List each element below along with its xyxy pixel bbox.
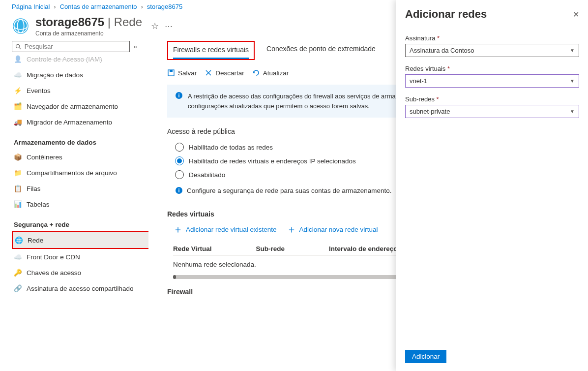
sidebar-item-frontdoor[interactable]: ☁️Front Door e CDN	[12, 249, 147, 265]
tab-private-endpoints[interactable]: Conexões de ponto de extremidade	[266, 41, 376, 60]
radio-icon	[175, 170, 184, 179]
lightning-icon: ⚡	[14, 87, 22, 94]
col-subnet: Sub-rede	[256, 245, 285, 252]
chevron-right-icon: ›	[141, 3, 143, 10]
sidebar-item-containers[interactable]: 📦Contêineres	[12, 149, 147, 165]
sidebar-item-sas[interactable]: 🔗Assinatura de acesso compartilhado	[12, 280, 147, 296]
svg-point-2	[16, 44, 20, 48]
sidebar-item-migrator[interactable]: 🚚Migrador de Armazenamento	[12, 114, 147, 130]
queue-icon: 📋	[14, 185, 22, 192]
sidebar-item-browser[interactable]: 🗂️Navegador de armazenamento	[12, 98, 147, 114]
chevron-right-icon: ›	[54, 3, 56, 10]
col-range: Intervalo de endereços	[329, 245, 401, 252]
sidebar-item-keys[interactable]: 🔑Chaves de acesso	[12, 265, 147, 280]
sidebar-section-security: Segurança + rede	[12, 212, 147, 231]
breadcrumb-home[interactable]: Página Inicial	[12, 3, 50, 10]
collapse-sidebar-icon[interactable]: «	[134, 43, 137, 50]
add-new-vnet-button[interactable]: ＋Adicionar nova rede virtual	[287, 223, 378, 236]
sidebar-item-migration[interactable]: ☁️Migração de dados	[12, 67, 147, 83]
more-menu-icon[interactable]: ⋯	[165, 22, 173, 31]
sidebar-item-network[interactable]: 🌐Rede	[13, 232, 148, 248]
svg-point-0	[13, 18, 29, 34]
breadcrumb-resource[interactable]: storage8675	[147, 3, 182, 10]
link-icon: 🔗	[14, 284, 22, 292]
search-icon	[15, 43, 22, 50]
sidebar-section-data: Armazenamento de dados	[12, 130, 147, 149]
chevron-down-icon: ▼	[570, 78, 575, 84]
close-panel-button[interactable]: ✕	[573, 10, 579, 19]
refresh-icon	[252, 69, 260, 77]
chevron-down-icon: ▼	[570, 109, 575, 114]
storage-account-icon	[12, 17, 29, 35]
subscription-label: Assinatura *	[405, 34, 579, 42]
panel-title: Adicionar redes	[405, 8, 487, 21]
sidebar-scroll[interactable]: 👤Controle de Acesso (IAM) ☁️Migração de …	[12, 54, 148, 354]
plus-icon: ＋	[173, 223, 183, 236]
files-icon: 📁	[14, 169, 22, 177]
svg-text:i: i	[178, 187, 179, 193]
svg-line-3	[19, 47, 21, 49]
add-networks-panel: Adicionar redes ✕ Assinatura * Assinatur…	[396, 0, 588, 354]
discard-button[interactable]: Descartar	[205, 69, 244, 77]
person-icon: 👤	[14, 55, 22, 63]
container-icon: 📦	[14, 153, 22, 161]
radio-icon	[175, 143, 184, 152]
subscription-dropdown[interactable]: Assinatura da Contoso▼	[405, 44, 579, 57]
save-icon	[167, 69, 175, 77]
add-existing-vnet-button[interactable]: ＋Adicionar rede virtual existente	[173, 223, 277, 236]
sidebar-item-fileshares[interactable]: 📁Compartilhamentos de arquivo	[12, 165, 147, 181]
sidebar: « 👤Controle de Acesso (IAM) ☁️Migração d…	[0, 41, 152, 354]
close-icon	[205, 69, 212, 77]
save-button[interactable]: Salvar	[167, 69, 197, 77]
globe-icon: 🌐	[15, 236, 23, 244]
info-icon: i	[175, 92, 183, 111]
svg-text:i: i	[178, 93, 179, 98]
radio-checked-icon	[175, 156, 184, 165]
sidebar-item-events[interactable]: ⚡Eventos	[12, 83, 147, 98]
vnet-label: Redes virtuais *	[405, 65, 579, 72]
page-title: storage8675 | Rede	[35, 15, 142, 29]
plus-icon: ＋	[287, 223, 296, 236]
favorite-star-icon[interactable]: ☆	[151, 21, 159, 31]
tab-firewalls[interactable]: Firewalls e redes virtuais	[173, 42, 249, 59]
cdn-icon: ☁️	[14, 253, 22, 261]
breadcrumb-accounts[interactable]: Contas de armazenamento	[60, 3, 137, 10]
svg-rect-5	[170, 70, 173, 72]
refresh-button[interactable]: Atualizar	[252, 69, 289, 77]
subnet-label: Sub-redes *	[405, 95, 579, 103]
cloud-upload-icon: ☁️	[14, 71, 22, 79]
sidebar-item-tables[interactable]: 📊Tabelas	[12, 196, 147, 212]
search-input[interactable]	[25, 43, 126, 50]
vnet-dropdown[interactable]: vnet-1▼	[405, 74, 579, 88]
subnet-dropdown[interactable]: subnet-private▼	[405, 105, 579, 118]
sidebar-search[interactable]	[12, 41, 130, 52]
table-icon: 📊	[14, 200, 22, 208]
info-icon: i	[175, 186, 183, 194]
folder-icon: 🗂️	[14, 102, 22, 110]
sidebar-item-iam[interactable]: 👤Controle de Acesso (IAM)	[12, 54, 147, 67]
truck-icon: 🚚	[14, 118, 22, 126]
chevron-down-icon: ▼	[570, 48, 575, 53]
page-subtitle: Conta de armazenamento	[35, 30, 142, 37]
col-vnet: Rede Virtual	[173, 245, 212, 252]
sidebar-item-queues[interactable]: 📋Filas	[12, 181, 147, 196]
add-button[interactable]: Adicionar	[405, 350, 446, 354]
key-icon: 🔑	[14, 269, 22, 277]
